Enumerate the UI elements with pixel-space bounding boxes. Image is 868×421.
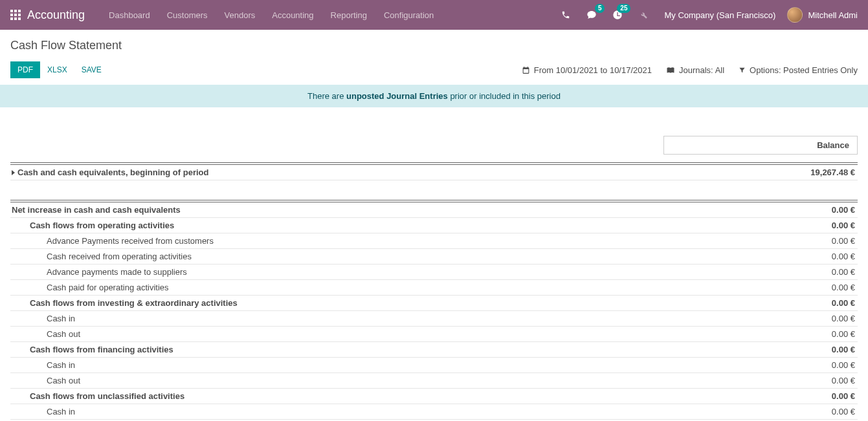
row-value: 0.00 €: [767, 376, 858, 385]
row-label: Advance payments made to suppliers: [10, 267, 767, 277]
row-label: Net increase in cash and cash equivalent…: [10, 205, 767, 215]
row-label: Cash out: [10, 329, 767, 339]
date-filter-label: From 10/01/2021 to 10/17/2021: [534, 65, 652, 75]
row-label: Cash flows from unclassified activities: [10, 391, 767, 401]
unposted-entries-banner: There are unposted Journal Entries prior…: [0, 85, 868, 107]
voip-button[interactable]: [557, 6, 575, 24]
row-financing-header[interactable]: Cash flows from financing activities 0.0…: [10, 342, 858, 358]
nav-reporting[interactable]: Reporting: [322, 0, 375, 30]
xlsx-button[interactable]: XLSX: [40, 61, 74, 78]
row-op-3[interactable]: Cash paid for operating activities0.00 €: [10, 280, 858, 296]
row-inv-1[interactable]: Cash out0.00 €: [10, 327, 858, 342]
nav-customers[interactable]: Customers: [159, 0, 216, 30]
caret-icon: [12, 170, 15, 175]
row-value: 0.00 €: [767, 329, 858, 339]
activities-button[interactable]: 25: [608, 6, 627, 24]
apps-icon: [10, 10, 21, 20]
nav-accounting[interactable]: Accounting: [263, 0, 322, 30]
row-value: 0.00 €: [767, 283, 858, 292]
row-label: Cash flows from investing & extraordinar…: [10, 298, 767, 308]
options-filter-label: Options: Posted Entries Only: [750, 65, 858, 75]
row-label: Cash in: [10, 407, 767, 416]
row-value: 19,267.48 €: [767, 167, 858, 177]
row-label: Cash flows from financing activities: [10, 345, 767, 354]
svg-rect-7: [14, 17, 17, 20]
svg-rect-3: [10, 14, 13, 16]
row-label: Cash flows from operating activities: [10, 221, 767, 230]
pdf-button[interactable]: PDF: [10, 61, 40, 78]
row-value: 0.00 €: [767, 391, 858, 401]
row-net-increase[interactable]: Net increase in cash and cash equivalent…: [10, 200, 858, 218]
row-unclassified-header[interactable]: Cash flows from unclassified activities …: [10, 389, 858, 404]
messages-button[interactable]: 5: [583, 6, 601, 24]
main-navbar: Accounting Dashboard Customers Vendors A…: [0, 0, 868, 30]
activities-badge: 25: [617, 4, 630, 13]
row-value: 0.00 €: [767, 236, 858, 246]
row-value: 0.00 €: [767, 252, 858, 261]
row-value: 0.00 €: [767, 221, 858, 230]
svg-rect-8: [18, 17, 21, 20]
svg-rect-0: [10, 10, 13, 12]
row-op-1[interactable]: Cash received from operating activities0…: [10, 249, 858, 264]
options-filter[interactable]: Options: Posted Entries Only: [739, 65, 858, 75]
row-op-2[interactable]: Advance payments made to suppliers0.00 €: [10, 264, 858, 280]
row-value: 0.00 €: [767, 360, 858, 370]
row-value: 0.00 €: [767, 314, 858, 323]
row-label: Advance Payments received from customers: [10, 236, 767, 246]
date-filter[interactable]: From 10/01/2021 to 10/17/2021: [522, 65, 652, 75]
user-menu[interactable]: Mitchell Admi: [787, 7, 858, 23]
user-name: Mitchell Admi: [808, 10, 858, 20]
svg-rect-5: [18, 14, 21, 16]
svg-rect-1: [14, 10, 17, 12]
row-value: 0.00 €: [767, 345, 858, 354]
row-label: Cash out: [10, 376, 767, 385]
filter-icon: [739, 67, 746, 74]
row-op-0[interactable]: Advance Payments received from customers…: [10, 233, 858, 249]
row-fin-1[interactable]: Cash out0.00 €: [10, 373, 858, 389]
journals-filter-label: Journals: All: [679, 65, 724, 75]
nav-configuration[interactable]: Configuration: [375, 0, 442, 30]
nav-vendors[interactable]: Vendors: [216, 0, 264, 30]
row-unc-0[interactable]: Cash in0.00 €: [10, 404, 858, 420]
row-fin-0[interactable]: Cash in0.00 €: [10, 358, 858, 373]
report-body: Balance Cash and cash equivalents, begin…: [0, 136, 868, 421]
row-investing-header[interactable]: Cash flows from investing & extraordinar…: [10, 296, 858, 311]
row-label: Cash in: [10, 360, 767, 370]
control-panel: Cash Flow Statement PDF XLSX SAVE From 1…: [0, 30, 868, 85]
banner-link[interactable]: unposted Journal Entries: [346, 91, 448, 101]
row-beginning-cash[interactable]: Cash and cash equivalents, beginning of …: [10, 162, 858, 180]
banner-text-pre: There are: [307, 91, 346, 101]
book-icon: [666, 66, 675, 74]
svg-rect-4: [14, 14, 17, 16]
row-value: 0.00 €: [767, 298, 858, 308]
avatar: [787, 7, 803, 23]
svg-rect-6: [10, 17, 13, 20]
save-button[interactable]: SAVE: [74, 61, 109, 78]
svg-rect-2: [18, 10, 21, 12]
row-operating-header[interactable]: Cash flows from operating activities 0.0…: [10, 218, 858, 233]
company-switcher[interactable]: My Company (San Francisco): [660, 10, 779, 20]
phone-icon: [561, 10, 570, 19]
row-value: 0.00 €: [767, 267, 858, 277]
row-label: Cash paid for operating activities: [10, 283, 767, 292]
row-label: Cash and cash equivalents, beginning of …: [17, 167, 208, 177]
page-title: Cash Flow Statement: [10, 39, 858, 52]
balance-column-header: Balance: [663, 136, 858, 155]
calendar-icon: [522, 66, 530, 74]
debug-button[interactable]: [634, 6, 652, 24]
row-value: 0.00 €: [767, 407, 858, 416]
banner-text-post: prior or included in this period: [448, 91, 561, 101]
app-brand[interactable]: Accounting: [27, 8, 85, 22]
row-label: Cash in: [10, 314, 767, 323]
nav-dashboard[interactable]: Dashboard: [100, 0, 159, 30]
messages-badge: 5: [595, 4, 605, 13]
row-value: 0.00 €: [767, 205, 858, 215]
apps-menu-button[interactable]: [10, 10, 21, 20]
wrench-icon: [639, 10, 648, 19]
row-label: Cash received from operating activities: [10, 252, 767, 261]
journals-filter[interactable]: Journals: All: [666, 65, 724, 75]
row-inv-0[interactable]: Cash in0.00 €: [10, 311, 858, 327]
